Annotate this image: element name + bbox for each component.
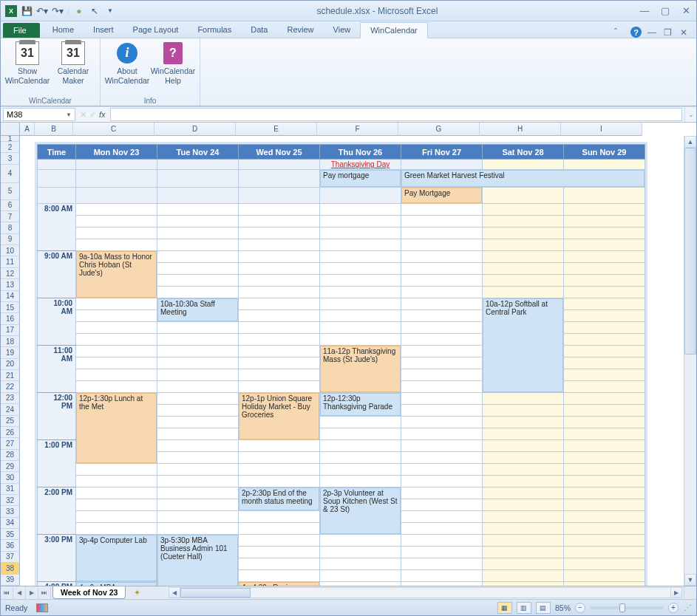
calendar-event[interactable]: 10a-10:30a Staff Meeting [157, 298, 238, 321]
calendar-event[interactable]: 12p-1:30p Lunch at the Met [76, 393, 157, 463]
row-header[interactable]: 6 [1, 200, 20, 211]
sheet-tab[interactable]: Week of Nov 23 [52, 586, 126, 599]
formula-input[interactable] [110, 108, 682, 121]
calendar-event[interactable]: 2p-3p Volunteer at Soup Kitchen (West St… [320, 487, 401, 534]
ribbon-tab-view[interactable]: View [324, 22, 361, 38]
qat-dropdown-icon[interactable]: ▼ [104, 5, 116, 17]
ribbon-tab-formulas[interactable]: Formulas [188, 22, 241, 38]
ribbon-tab-review[interactable]: Review [277, 22, 323, 38]
macro-record-icon[interactable] [36, 603, 48, 612]
row-header[interactable]: 29 [1, 461, 20, 472]
allday-event[interactable]: Green Market Harvest Festival [401, 170, 645, 187]
save-icon[interactable]: 💾 [21, 5, 33, 17]
tab-nav-first-icon[interactable]: ⏮ [1, 586, 13, 599]
maximize-icon[interactable]: ▢ [659, 5, 671, 17]
column-header[interactable]: E [236, 123, 317, 136]
row-header[interactable]: 11 [1, 256, 20, 267]
row-header[interactable]: 3 [1, 153, 20, 164]
workbook-minimize-icon[interactable]: — [647, 27, 658, 38]
row-header[interactable]: 2 [1, 142, 20, 153]
row-header[interactable]: 17 [1, 325, 20, 336]
row-header[interactable]: 14 [1, 291, 20, 302]
row-header[interactable]: 34 [1, 518, 20, 529]
row-header[interactable]: 32 [1, 495, 20, 506]
ribbon-tab-wincalendar[interactable]: WinCalendar [360, 22, 428, 38]
show-wincalendar-button[interactable]: 31 Show WinCalendar [5, 40, 50, 96]
calendar-event[interactable]: 2p-2:30p End of the month status meeting [239, 487, 319, 510]
workbook-restore-icon[interactable]: ❐ [664, 27, 674, 38]
formula-expand-icon[interactable]: ⌄ [684, 107, 696, 122]
row-header[interactable]: 39 [1, 575, 20, 586]
tab-nav-last-icon[interactable]: ⏭ [38, 586, 51, 599]
zoom-level[interactable]: 85% [555, 603, 571, 612]
row-header[interactable]: 35 [1, 529, 20, 540]
row-header[interactable]: 12 [1, 268, 20, 279]
page-break-view-button[interactable]: ▤ [536, 602, 551, 614]
calendar-event[interactable]: 9a-10a Mass to Honor Chris Hoban (St Jud… [76, 251, 157, 298]
scroll-thumb[interactable] [684, 148, 696, 355]
row-header[interactable]: 15 [1, 302, 20, 313]
column-header[interactable]: B [35, 123, 73, 136]
column-header[interactable]: H [480, 123, 561, 136]
vertical-scrollbar[interactable]: ▲ ▼ [684, 136, 696, 586]
tab-nav-next-icon[interactable]: ▶ [26, 586, 38, 599]
horizontal-scrollbar[interactable]: ◀ ▶ [169, 586, 682, 599]
calendar-event[interactable]: 3p-4p Computer Lab [76, 535, 157, 581]
row-header[interactable]: 27 [1, 438, 20, 449]
formula-accept-icon[interactable]: ✓ [89, 110, 96, 120]
calendar-event[interactable]: 10a-12p Softball at Central Park [483, 298, 563, 392]
close-icon[interactable]: ✕ [680, 5, 692, 17]
calendar-event[interactable]: 11a-12p Thanksgiving Mass (St Jude's) [320, 346, 401, 392]
about-wincalendar-button[interactable]: i About WinCalendar [105, 40, 149, 96]
ribbon-tab-data[interactable]: Data [241, 22, 277, 38]
row-header[interactable]: 16 [1, 313, 20, 324]
row-header[interactable]: 1 [1, 136, 20, 142]
calendar-event[interactable]: 12p-1p Union Square Holiday Market - Buy… [239, 393, 319, 439]
row-header[interactable]: 26 [1, 427, 20, 438]
row-header[interactable]: 19 [1, 347, 20, 358]
name-box-dropdown-icon[interactable]: ▼ [66, 112, 72, 118]
undo-icon[interactable]: ↶▾ [36, 5, 48, 17]
ribbon-tab-insert[interactable]: Insert [84, 22, 123, 38]
scroll-left-icon[interactable]: ◀ [169, 587, 180, 598]
row-header[interactable]: 30 [1, 472, 20, 483]
calendar-maker-button[interactable]: 31 Calendar Maker [51, 40, 95, 96]
scroll-down-icon[interactable]: ▼ [684, 574, 696, 586]
hscroll-thumb[interactable] [180, 588, 251, 598]
grid-body[interactable]: TimeMon Nov 23Tue Nov 24Wed Nov 25Thu No… [20, 136, 684, 586]
allday-event[interactable]: Pay Mortgage [401, 188, 482, 203]
calendar-event[interactable]: 3p-5:30p MBA Business Admin 101 (Cueter … [157, 535, 238, 586]
redo-icon[interactable]: ↷▾ [52, 5, 64, 17]
help-icon[interactable]: ? [630, 27, 642, 38]
row-header[interactable]: 36 [1, 540, 20, 551]
zoom-slider[interactable] [590, 606, 664, 609]
tab-nav-prev-icon[interactable]: ◀ [13, 586, 26, 599]
zoom-out-button[interactable]: − [575, 603, 585, 613]
row-header[interactable]: 23 [1, 393, 20, 404]
excel-icon[interactable]: X [5, 5, 17, 17]
new-sheet-icon[interactable]: ✦ [129, 586, 145, 599]
row-header[interactable]: 10 [1, 245, 20, 256]
file-tab[interactable]: File [3, 23, 40, 38]
row-header[interactable]: 25 [1, 416, 20, 427]
scroll-up-icon[interactable]: ▲ [684, 136, 696, 148]
row-header[interactable]: 28 [1, 450, 20, 461]
select-all-corner[interactable] [1, 123, 20, 136]
row-header[interactable]: 33 [1, 506, 20, 517]
row-header[interactable]: 24 [1, 404, 20, 415]
row-header[interactable]: 4 [1, 165, 20, 183]
calendar-event[interactable]: 4p-4:30p Review Thanksgiving grocery [239, 582, 319, 586]
minimize-icon[interactable]: — [639, 5, 650, 17]
workbook-close-icon[interactable]: ✕ [680, 27, 690, 38]
row-header[interactable]: 7 [1, 211, 20, 222]
resize-grip-icon[interactable]: ⋰ [683, 603, 692, 612]
ribbon-tab-page-layout[interactable]: Page Layout [123, 22, 188, 38]
zoom-in-button[interactable]: + [668, 603, 679, 613]
wincalendar-help-button[interactable]: ? WinCalendar Help [151, 40, 195, 96]
ribbon-tab-home[interactable]: Home [43, 22, 84, 38]
normal-view-button[interactable]: ▦ [497, 602, 512, 614]
row-header[interactable]: 38 [1, 563, 20, 574]
row-header[interactable]: 13 [1, 279, 20, 290]
row-header[interactable]: 18 [1, 336, 20, 347]
column-header[interactable]: G [398, 123, 480, 136]
